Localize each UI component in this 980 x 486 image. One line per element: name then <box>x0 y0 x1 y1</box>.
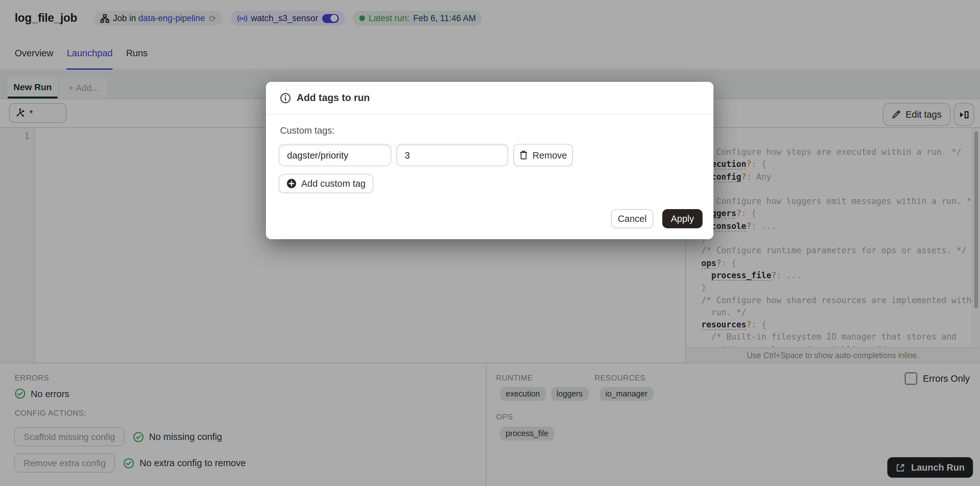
dialog-header: Add tags to run <box>266 82 713 115</box>
custom-tags-label: Custom tags: <box>280 125 335 135</box>
cancel-button[interactable]: Cancel <box>611 209 653 228</box>
remove-label: Remove <box>533 150 567 160</box>
plus-circle-icon <box>286 178 297 189</box>
trash-icon <box>519 150 528 160</box>
modal-backdrop[interactable] <box>0 0 980 486</box>
apply-button[interactable]: Apply <box>662 209 703 228</box>
dagster-app-window: log_file_job Job in data-eng-pipeline ⟳ … <box>0 0 980 486</box>
tag-key-input[interactable] <box>279 144 391 166</box>
info-icon <box>280 92 291 103</box>
remove-tag-button[interactable]: Remove <box>513 144 573 166</box>
dagster-launchpad-page: log_file_job Job in data-eng-pipeline ⟳ … <box>0 0 980 486</box>
tag-value-input[interactable] <box>396 144 508 166</box>
add-custom-tag-button[interactable]: Add custom tag <box>279 174 373 193</box>
add-custom-tag-label: Add custom tag <box>301 178 366 189</box>
add-tags-dialog: Add tags to run Custom tags: Remove Add … <box>266 82 713 239</box>
dialog-title: Add tags to run <box>297 92 370 104</box>
